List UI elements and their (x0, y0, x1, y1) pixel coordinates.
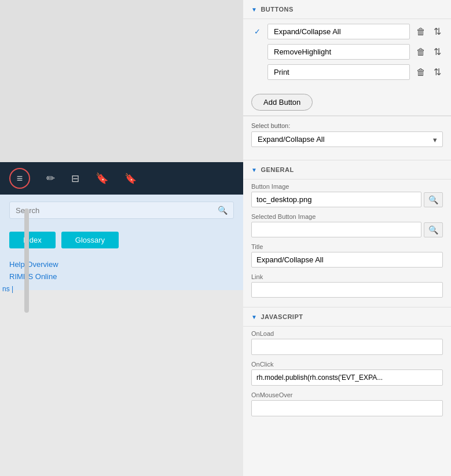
onclick-field: OnClick (251, 361, 443, 386)
javascript-section-header: ▼ JAVASCRIPT (243, 307, 451, 327)
nav-buttons-area: Index Glossary (0, 226, 243, 254)
general-form: Button Image 🔍 Selected Button Image 🔍 T… (243, 180, 451, 307)
right-panel: ▼ BUTTONS ✓ Expand/Collapse All 🗑 ⇅ Remo… (243, 0, 451, 476)
buttons-header-label: BUTTONS (261, 6, 293, 13)
move-button-3[interactable]: ⇅ (432, 65, 443, 79)
edge-label: ns | (0, 284, 16, 294)
nav-links-area: Help Overview RIMES Online (0, 254, 243, 290)
button-image-label: Button Image (251, 183, 443, 190)
move-button-2[interactable]: ⇅ (432, 45, 443, 59)
selected-button-image-field: Selected Button Image 🔍 (251, 213, 443, 237)
link-label: Link (251, 273, 443, 280)
general-header-label: GENERAL (261, 166, 294, 173)
index-button[interactable]: Index (9, 232, 56, 248)
bookmark-icon[interactable]: 🔖 (96, 172, 108, 185)
search-icon[interactable]: 🔍 (218, 206, 228, 215)
javascript-header-label: JAVASCRIPT (261, 313, 303, 320)
selected-button-image-label: Selected Button Image (251, 213, 443, 220)
add-bookmark-icon[interactable]: 🔖 (124, 173, 137, 185)
delete-button-3[interactable]: 🗑 (415, 65, 427, 79)
print-btn[interactable]: Print (267, 64, 410, 80)
move-button-1[interactable]: ⇅ (432, 24, 443, 39)
help-overview-link[interactable]: Help Overview (9, 260, 234, 269)
general-section-header: ▼ GENERAL (243, 160, 451, 180)
onmouseover-input[interactable] (251, 400, 443, 416)
buttons-chevron[interactable]: ▼ (251, 6, 257, 13)
onmouseover-field: OnMouseOver (251, 391, 443, 416)
select-button-dropdown[interactable]: Expand/Collapse All RemoveHighlight Prin… (251, 131, 443, 147)
onclick-input[interactable] (251, 369, 443, 386)
toolbar: ≡ ✏ ⊟ 🔖 🔖 (0, 162, 243, 195)
button-image-input-group: 🔍 (251, 192, 443, 207)
onmouseover-label: OnMouseOver (251, 391, 443, 398)
title-label: Title (251, 243, 443, 250)
button-image-browse[interactable]: 🔍 (424, 192, 443, 207)
select-button-wrapper: Expand/Collapse All RemoveHighlight Prin… (251, 131, 443, 147)
buttons-list: ✓ Expand/Collapse All 🗑 ⇅ RemoveHighligh… (243, 19, 451, 89)
table-row: Print 🗑 ⇅ (251, 64, 443, 80)
delete-button-2[interactable]: 🗑 (415, 45, 427, 59)
general-chevron[interactable]: ▼ (251, 167, 257, 173)
search-area: 🔍 (0, 195, 243, 226)
javascript-form: OnLoad OnClick OnMouseOver (243, 327, 451, 426)
title-input[interactable] (251, 252, 443, 268)
javascript-chevron[interactable]: ▼ (251, 314, 257, 320)
left-panel: ≡ ✏ ⊟ 🔖 🔖 🔍 Index Glossary Help Overview… (0, 0, 243, 476)
link-input[interactable] (251, 282, 443, 298)
title-field: Title (251, 243, 443, 268)
select-button-section: Select button: Expand/Collapse All Remov… (243, 116, 451, 160)
onload-field: OnLoad (251, 330, 443, 355)
add-button[interactable]: Add Button (251, 94, 313, 111)
scrollbar[interactable] (24, 208, 29, 313)
glossary-button[interactable]: Glossary (61, 232, 119, 248)
button-image-input[interactable] (251, 192, 421, 207)
rimes-online-link[interactable]: RIMES Online (9, 272, 234, 281)
select-button-label: Select button: (251, 122, 443, 129)
link-field: Link (251, 273, 443, 298)
expand-collapse-all-btn[interactable]: Expand/Collapse All (267, 24, 410, 39)
onclick-label: OnClick (251, 361, 443, 368)
check-area-1: ✓ (251, 27, 263, 36)
search-box: 🔍 (9, 202, 234, 219)
delete-button-1[interactable]: 🗑 (415, 25, 427, 39)
onload-label: OnLoad (251, 330, 443, 337)
print-icon[interactable]: ⊟ (71, 173, 79, 185)
pen-icon[interactable]: ✏ (46, 172, 55, 185)
left-top-area (0, 0, 243, 162)
check-mark-1: ✓ (254, 27, 261, 36)
selected-button-image-input[interactable] (251, 222, 421, 237)
search-input[interactable] (16, 206, 213, 215)
buttons-section-header: ▼ BUTTONS (243, 0, 451, 19)
button-image-field: Button Image 🔍 (251, 183, 443, 207)
selected-button-image-input-group: 🔍 (251, 222, 443, 237)
selected-button-image-browse[interactable]: 🔍 (424, 222, 443, 237)
onload-input[interactable] (251, 339, 443, 355)
remove-highlight-btn[interactable]: RemoveHighlight (267, 44, 410, 60)
table-row: RemoveHighlight 🗑 ⇅ (251, 44, 443, 60)
expand-collapse-icon[interactable]: ≡ (9, 168, 30, 189)
table-row: ✓ Expand/Collapse All 🗑 ⇅ (251, 24, 443, 39)
